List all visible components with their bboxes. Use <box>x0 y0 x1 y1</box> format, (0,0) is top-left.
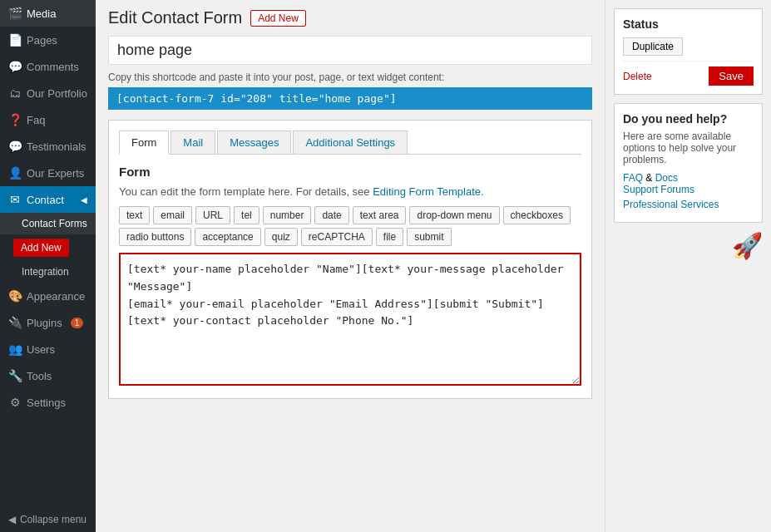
docs-link[interactable]: Docs <box>655 172 678 184</box>
tag-button-email[interactable]: email <box>153 206 192 224</box>
media-icon: 🎬 <box>8 7 22 20</box>
plugins-badge: 1 <box>71 318 84 328</box>
professional-services-link[interactable]: Professional Services <box>623 199 754 210</box>
delete-save-row: Delete Save <box>623 61 754 86</box>
experts-icon: 👤 <box>8 166 22 180</box>
tab-mail[interactable]: Mail <box>171 131 215 154</box>
page-title: Edit Contact Form <box>108 8 242 27</box>
sidebar-item-testimonials[interactable]: 💬 Testimonials <box>0 133 96 160</box>
help-links: FAQ & DocsSupport ForumsProfessional Ser… <box>623 172 754 210</box>
form-card-body: Form You can edit the form template here… <box>119 155 581 388</box>
sidebar-item-settings[interactable]: ⚙ Settings <box>0 389 96 416</box>
help-title: Do you need help? <box>623 112 754 126</box>
sidebar: 🎬 Media 📄 Pages 💬 Comments 🗂 Our Portfol… <box>0 0 96 532</box>
add-new-button[interactable]: Add New <box>250 10 306 27</box>
shortcode-hint: Copy this shortcode and paste it into yo… <box>108 71 592 83</box>
contact-icon: ✉ <box>8 193 22 206</box>
sidebar-item-pages[interactable]: 📄 Pages <box>0 27 96 53</box>
sidebar-item-tools[interactable]: 🔧 Tools <box>0 362 96 389</box>
faq-link[interactable]: FAQ <box>623 172 643 184</box>
form-title-input[interactable] <box>108 36 592 65</box>
support-forums-link[interactable]: Support Forums <box>623 184 754 195</box>
tag-button-file[interactable]: file <box>376 228 403 246</box>
main-content: Edit Contact Form Add New Copy this shor… <box>96 0 771 532</box>
right-sidebar: Status Duplicate Delete Save Do you need… <box>605 0 771 532</box>
shortcode-bar[interactable]: [contact-form-7 id="208" title="home pag… <box>108 87 592 110</box>
tag-button-checkboxes[interactable]: checkboxes <box>503 206 571 224</box>
help-description: Here are some available options to help … <box>623 131 754 165</box>
form-code-textarea[interactable]: [text* your-name placeholder "Name"][tex… <box>119 253 581 386</box>
users-icon: 👥 <box>8 342 22 356</box>
plugins-icon: 🔌 <box>8 316 22 329</box>
tag-button-quiz[interactable]: quiz <box>264 228 298 246</box>
tab-form[interactable]: Form <box>119 131 169 155</box>
save-button[interactable]: Save <box>709 66 754 86</box>
sidebar-item-media[interactable]: 🎬 Media <box>0 0 96 27</box>
sidebar-item-plugins[interactable]: 🔌 Plugins 1 <box>0 309 96 336</box>
comments-icon: 💬 <box>8 60 22 73</box>
tag-button-number[interactable]: number <box>263 206 312 224</box>
form-card: Form Mail Messages Additional Settings F… <box>108 120 592 399</box>
tab-additional-settings[interactable]: Additional Settings <box>293 131 408 154</box>
content-area: Edit Contact Form Add New Copy this shor… <box>96 0 771 532</box>
tag-button-url[interactable]: URL <box>195 206 230 224</box>
sidebar-item-experts[interactable]: 👤 Our Experts <box>0 160 96 186</box>
status-card: Status Duplicate Delete Save <box>614 8 763 95</box>
collapse-icon: ◀ <box>8 514 16 525</box>
rocket-icon: 🚀 <box>614 231 763 260</box>
tag-button-recaptcha[interactable]: reCAPTCHA <box>301 228 373 246</box>
appearance-icon: 🎨 <box>8 289 22 303</box>
sidebar-item-contact[interactable]: ✉ Contact ◀ <box>0 186 96 213</box>
tag-button-submit[interactable]: submit <box>407 228 451 246</box>
sidebar-item-integration[interactable]: Integration <box>0 261 96 283</box>
sidebar-item-users[interactable]: 👥 Users <box>0 336 96 362</box>
collapse-menu[interactable]: ◀ Collapse menu <box>0 507 96 532</box>
sidebar-item-add-new[interactable]: Add New <box>13 239 69 257</box>
tab-messages[interactable]: Messages <box>217 131 291 154</box>
tag-button-drop-down-menu[interactable]: drop-down menu <box>409 206 499 224</box>
tag-button-acceptance[interactable]: acceptance <box>195 228 260 246</box>
pages-icon: 📄 <box>8 33 22 47</box>
faq-icon: ❓ <box>8 113 22 126</box>
sidebar-item-contact-forms[interactable]: Contact Forms <box>0 213 96 234</box>
tab-bar: Form Mail Messages Additional Settings <box>119 131 581 155</box>
status-title: Status <box>623 17 754 31</box>
center-panel: Edit Contact Form Add New Copy this shor… <box>96 0 605 532</box>
tag-button-date[interactable]: date <box>314 206 348 224</box>
settings-icon: ⚙ <box>8 396 22 409</box>
status-duplicate-row: Duplicate <box>623 37 754 56</box>
testimonials-icon: 💬 <box>8 140 22 153</box>
tag-button-text[interactable]: text <box>119 206 150 224</box>
tools-icon: 🔧 <box>8 369 22 382</box>
sidebar-item-appearance[interactable]: 🎨 Appearance <box>0 283 96 309</box>
help-card: Do you need help? Here are some availabl… <box>614 103 763 223</box>
tag-buttons-row: textemailURLtelnumberdatetext areadrop-d… <box>119 206 581 246</box>
page-title-row: Edit Contact Form Add New <box>108 8 592 27</box>
portfolio-icon: 🗂 <box>8 86 22 100</box>
delete-link[interactable]: Delete <box>623 71 652 82</box>
sidebar-item-faq[interactable]: ❓ Faq <box>0 106 96 133</box>
tag-button-tel[interactable]: tel <box>234 206 259 224</box>
duplicate-button[interactable]: Duplicate <box>623 37 683 56</box>
sidebar-item-portfolio[interactable]: 🗂 Our Portfolio <box>0 80 96 106</box>
tag-button-text-area[interactable]: text area <box>353 206 407 224</box>
tag-button-radio-buttons[interactable]: radio buttons <box>119 228 191 246</box>
sidebar-item-comments[interactable]: 💬 Comments <box>0 53 96 80</box>
editing-form-template-link[interactable]: Editing Form Template. <box>373 185 483 198</box>
form-section-title: Form <box>119 165 581 179</box>
form-hint: You can edit the form template here. For… <box>119 185 581 198</box>
